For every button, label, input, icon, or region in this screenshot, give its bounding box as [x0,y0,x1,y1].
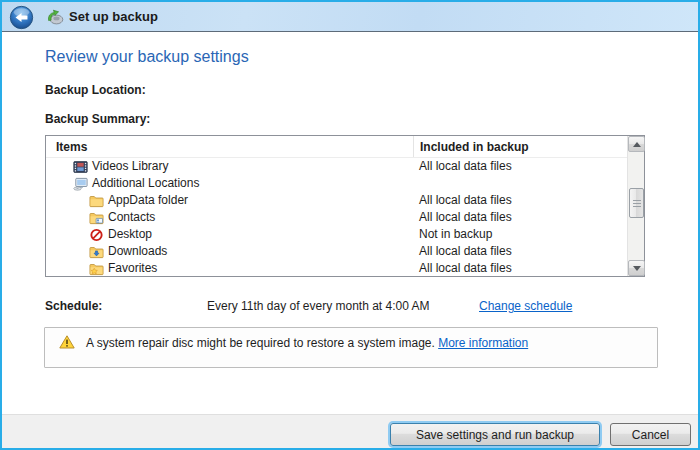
list-header: Items Included in backup [46,136,644,158]
warning-text: A system repair disc might be required t… [86,336,435,350]
item-label: Favorites [108,260,157,277]
downloads-folder-icon [89,245,104,259]
backup-items-list: Items Included in backup Videos LibraryA… [45,135,645,277]
included-in-backup-value: All local data files [419,192,512,209]
item-label: Videos Library [92,158,169,175]
scrollbar-thumb[interactable] [629,188,644,218]
column-header-included[interactable]: Included in backup [413,136,529,157]
save-settings-button[interactable]: Save settings and run backup [390,423,600,446]
videos-library-icon [73,160,88,174]
item-label: Additional Locations [92,175,199,192]
item-label: AppData folder [108,192,188,209]
scrollbar[interactable] [627,136,644,276]
backup-icon [46,9,64,25]
included-in-backup-value: All local data files [419,158,512,175]
included-in-backup-value: All local data files [419,209,512,226]
warning-box: A system repair disc might be required t… [44,327,658,368]
table-row[interactable]: DesktopNot in backup [46,226,627,243]
item-label: Desktop [108,226,152,243]
folder-icon [89,194,104,208]
setup-backup-window: Set up backup Review your backup setting… [0,0,700,450]
backup-summary-label: Backup Summary: [45,112,150,126]
schedule-value: Every 11th day of every month at 4:00 AM [207,299,430,313]
warning-icon [59,335,75,349]
favorites-folder-icon [89,262,104,276]
included-in-backup-value: All local data files [419,260,512,277]
back-button[interactable] [9,5,34,30]
computer-icon [73,177,88,191]
item-label: Downloads [108,243,167,260]
table-row[interactable]: FavoritesAll local data files [46,260,627,277]
triangle-up-icon [633,142,641,147]
grip-icon [633,203,641,204]
backup-location-label: Backup Location: [45,83,146,97]
more-information-link[interactable]: More information [438,336,528,350]
page-title: Review your backup settings [45,48,249,66]
footer: Save settings and run backup Cancel [2,414,698,450]
excluded-icon [89,228,104,242]
titlebar: Set up backup [2,2,698,32]
scroll-up-button[interactable] [628,136,645,152]
schedule-label: Schedule: [45,299,102,313]
table-row[interactable]: Additional Locations [46,175,627,192]
cancel-button[interactable]: Cancel [610,423,691,446]
contacts-folder-icon [89,211,104,225]
table-row[interactable]: Videos LibraryAll local data files [46,158,627,175]
triangle-down-icon [633,266,641,271]
change-schedule-link[interactable]: Change schedule [479,299,572,313]
included-in-backup-value: All local data files [419,243,512,260]
included-in-backup-value: Not in backup [419,226,492,243]
column-header-items[interactable]: Items [56,140,87,154]
window-title: Set up backup [69,9,158,24]
item-label: Contacts [108,209,155,226]
table-row[interactable]: AppData folderAll local data files [46,192,627,209]
table-row[interactable]: ContactsAll local data files [46,209,627,226]
scroll-down-button[interactable] [628,260,645,276]
table-row[interactable]: DownloadsAll local data files [46,243,627,260]
